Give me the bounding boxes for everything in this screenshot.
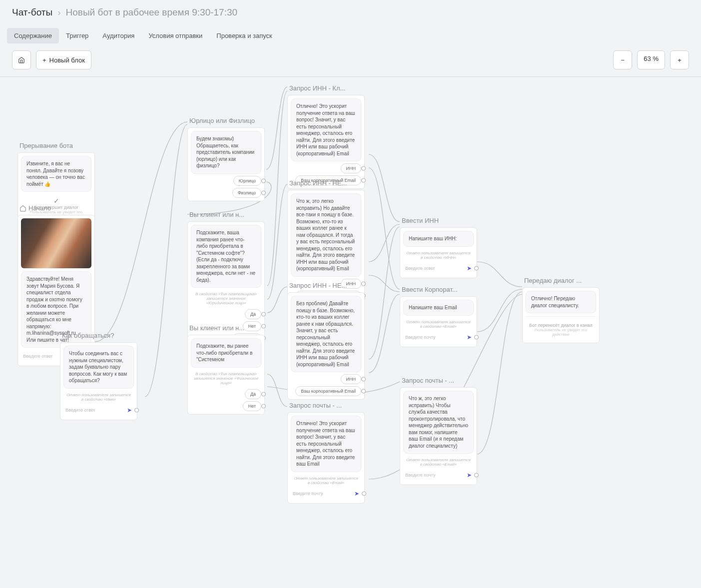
home-button[interactable] [12, 50, 31, 69]
zoom-in-button[interactable]: + [670, 50, 689, 69]
tab-content[interactable]: Содержание [7, 28, 59, 43]
node-title: Запрос почты - ... [287, 402, 365, 409]
node-howto[interactable]: Как обращаться? Чтобы соединить вас с ну… [60, 332, 137, 420]
node-meta: Ответ пользователя запишется в свойство … [291, 474, 361, 487]
send-icon[interactable]: ➤ [467, 472, 472, 479]
node-message: Будем знакомы) Обращаетесь, как представ… [191, 131, 261, 174]
option-button[interactable]: Физлицо [232, 188, 261, 198]
node-title: Юрлицо или Физлицо [187, 117, 265, 124]
node-message: Отлично! Передаю диалог специалисту. [526, 291, 596, 313]
flow-canvas[interactable]: Прерывание бота Извините, я вас не понял… [0, 77, 701, 577]
check-badge-icon: ✓ [23, 197, 89, 205]
node-meta: В свойство «Тип плательщика» запишется з… [191, 290, 261, 307]
node-title: Запрос ИНН - НЕ... [287, 282, 365, 289]
node-message: Что ж, это легко исправить) Чтобы служба… [403, 391, 474, 454]
breadcrumb-root[interactable]: Чат-боты [12, 7, 52, 18]
option-button[interactable]: Юрлицо [233, 176, 261, 186]
home-icon [18, 56, 25, 63]
new-block-button[interactable]: + Новый блок [36, 50, 91, 69]
node-title: Как обращаться? [60, 332, 137, 339]
breadcrumb: Чат-боты › Новый бот в рабочее время 9:3… [12, 7, 689, 18]
node-message: Напишите ваш ИНН: [403, 231, 474, 247]
node-title: Передаю диалог ... [522, 277, 600, 284]
send-icon[interactable]: ➤ [467, 334, 472, 341]
node-yurfiz[interactable]: Юрлицо или Физлицо Будем знакомы) Обраща… [187, 117, 265, 201]
header: Чат-боты › Новый бот в рабочее время 9:3… [0, 0, 701, 23]
plus-icon: + [678, 56, 682, 64]
node-title: Прерывание бота [17, 142, 95, 149]
option-button[interactable]: Да [245, 389, 261, 399]
node-title: Запрос ИНН - НЕ... [287, 179, 365, 187]
chevron-right-icon: › [57, 7, 60, 18]
node-message: Отлично! Это ускорит получение ответа на… [291, 416, 361, 472]
tab-audience[interactable]: Аудитория [95, 28, 141, 43]
input-row[interactable]: Введите почту➤ [403, 331, 474, 344]
node-message: Отлично! Это ускорит получение ответа на… [291, 98, 361, 161]
node-meta: Ответ пользователя запишется в свойство … [403, 318, 474, 331]
option-button[interactable]: ИНН [341, 374, 361, 384]
zoom-out-button[interactable]: − [613, 50, 632, 69]
input-row[interactable]: Введите ответ➤ [63, 404, 134, 417]
node-message: Что ж, это легко исправить) Но давайте в… [291, 193, 361, 277]
option-button[interactable]: Да [245, 309, 261, 319]
node-message: Подскажите, вы ранее что-либо приобретал… [191, 338, 261, 368]
node-message: Чтобы соединить вас с нужным специалисто… [63, 346, 134, 389]
tab-conditions[interactable]: Условия отправки [141, 28, 209, 43]
node-title: Вы клиент или н... [187, 211, 265, 218]
tab-trigger[interactable]: Триггер [59, 28, 95, 43]
breadcrumb-leaf: Новый бот в рабочее время 9:30-17:30 [66, 7, 238, 18]
option-button[interactable]: ИНН [341, 163, 361, 173]
node-message: Напишите ваш Email [403, 300, 474, 316]
node-message: Извините, я вас не понял. Давайте я позо… [21, 156, 91, 192]
input-row[interactable]: Введите ответ➤ [403, 262, 474, 275]
node-inn-client[interactable]: Запрос ИНН - Кл... Отлично! Это ускорит … [287, 84, 365, 189]
node-message: Подскажите, ваша компания ранее что-либо… [191, 225, 261, 288]
node-client2[interactable]: Вы клиент или н... Подскажите, вы ранее … [187, 324, 265, 415]
node-transfer[interactable]: Передаю диалог ... Отлично! Передаю диал… [522, 277, 600, 343]
node-title: Ввести Корпорат... [400, 286, 477, 293]
plus-icon: + [42, 56, 46, 64]
send-icon[interactable]: ➤ [354, 490, 359, 497]
node-enter-corp[interactable]: Ввести Корпорат... Напишите ваш Email От… [400, 286, 477, 347]
node-title: Вы клиент или н... [187, 324, 265, 332]
send-icon[interactable]: ➤ [467, 265, 472, 272]
zoom-level: 63 % [637, 50, 665, 69]
node-meta: Ответ пользователя запишется в свойство … [403, 249, 474, 262]
node-mail-req[interactable]: Запрос почты - ... Отлично! Это ускорит … [287, 402, 365, 504]
option-button[interactable]: Ваш корпоративный Email [295, 386, 361, 396]
node-mail-req2[interactable]: Запрос почты - ... Что ж, это легко испр… [400, 377, 477, 485]
node-action: Бот перенесёт диалог в канал Пользовател… [526, 320, 596, 340]
node-enter-inn[interactable]: Ввести ИНН Напишите ваш ИНН: Ответ польз… [400, 217, 477, 278]
node-meta: Ответ пользователя запишется в свойство … [63, 391, 134, 404]
node-meta: В свойство «Тип плательщика» запишется з… [191, 370, 261, 387]
image-placeholder [21, 218, 91, 268]
node-inn-ne2[interactable]: Запрос ИНН - НЕ... Без проблем) Давайте … [287, 282, 365, 400]
node-title: Ввести ИНН [400, 217, 477, 224]
send-icon[interactable]: ➤ [127, 407, 132, 414]
toolbar: + Новый блок − 63 % + [0, 43, 701, 77]
home-icon [19, 205, 26, 212]
node-title: Запрос почты - ... [400, 377, 477, 384]
option-button[interactable]: Нет [243, 401, 261, 411]
input-row[interactable]: Введите почту➤ [291, 487, 361, 500]
tab-launch[interactable]: Проверка и запуск [209, 28, 279, 43]
node-title: Запрос ИНН - Кл... [287, 84, 365, 92]
node-message: Без проблем) Давайте поищу в базе. Возмо… [291, 296, 361, 372]
input-row[interactable]: Введите почту➤ [403, 469, 474, 482]
node-meta: Ответ пользователя запишется в свойство … [403, 456, 474, 469]
tabs: Содержание Триггер Аудитория Условия отп… [0, 23, 701, 43]
minus-icon: − [621, 56, 625, 64]
node-title: Начало [17, 204, 95, 212]
